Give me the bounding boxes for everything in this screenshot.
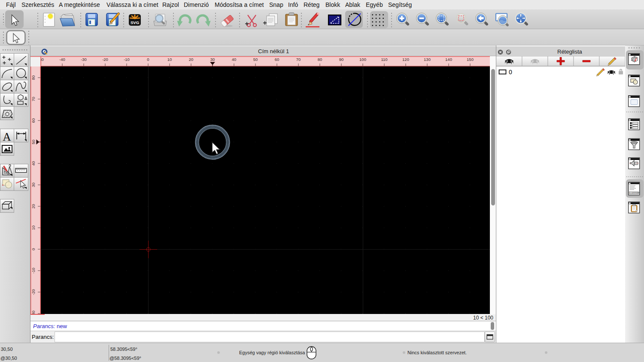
svg-text:10: 10 bbox=[31, 226, 36, 230]
svg-text:50: 50 bbox=[31, 140, 36, 145]
svg-text:-20: -20 bbox=[31, 289, 36, 295]
svg-text:70: 70 bbox=[296, 57, 301, 62]
svg-text:0: 0 bbox=[147, 57, 149, 62]
svg-text:60: 60 bbox=[275, 57, 279, 62]
svg-text:A: A bbox=[3, 130, 11, 143]
svg-text:-10: -10 bbox=[124, 57, 130, 62]
svg-text:150: 150 bbox=[467, 57, 474, 62]
svg-text:40: 40 bbox=[31, 161, 36, 166]
svg-text:20: 20 bbox=[31, 204, 36, 209]
svg-text:10: 10 bbox=[167, 57, 172, 62]
svg-text:c command: c command bbox=[630, 192, 640, 194]
svg-text:-40: -40 bbox=[59, 57, 65, 62]
svg-text:-10: -10 bbox=[31, 268, 36, 274]
svg-text:80: 80 bbox=[318, 57, 322, 62]
svg-text:20: 20 bbox=[189, 57, 194, 62]
svg-text:30: 30 bbox=[210, 57, 215, 62]
svg-text:100: 100 bbox=[359, 57, 366, 62]
svg-text:70: 70 bbox=[31, 97, 36, 102]
svg-text:-20: -20 bbox=[102, 57, 108, 62]
svg-text:0: 0 bbox=[509, 69, 512, 75]
svg-text:110: 110 bbox=[381, 57, 387, 62]
svg-text:140: 140 bbox=[445, 57, 452, 62]
svg-text:-50: -50 bbox=[38, 57, 44, 62]
svg-text:50: 50 bbox=[253, 57, 258, 62]
svg-text:0: 0 bbox=[31, 248, 36, 250]
svg-text:130: 130 bbox=[424, 57, 431, 62]
svg-text:60: 60 bbox=[31, 118, 36, 123]
svg-text:-30: -30 bbox=[81, 57, 87, 62]
svg-text:30: 30 bbox=[31, 183, 36, 187]
svg-text:SVG: SVG bbox=[131, 20, 139, 25]
svg-text:80: 80 bbox=[31, 75, 36, 80]
svg-text:90: 90 bbox=[339, 57, 344, 62]
svg-text:120: 120 bbox=[402, 57, 409, 62]
svg-text:40: 40 bbox=[232, 57, 237, 62]
